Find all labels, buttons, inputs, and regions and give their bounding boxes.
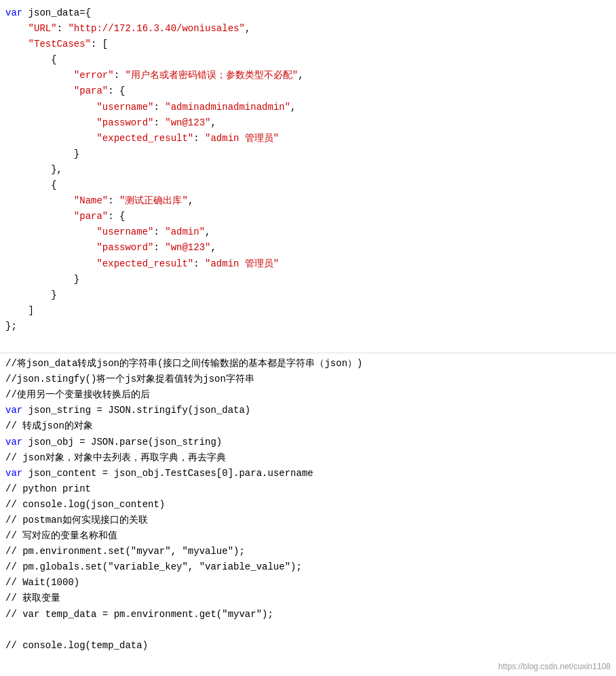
code-line-16: "password": "wn@123", [0, 240, 616, 256]
code-line-4: { [0, 52, 616, 68]
code-line-8: "password": "wn@123", [0, 115, 616, 131]
code-line-26: var json_string = JSON.stringify(json_da… [0, 403, 616, 418]
code-line-28: var json_obj = JSON.parse(json_string) [0, 435, 616, 450]
code-line-33: // postman如何实现接口的关联 [0, 513, 616, 528]
code-line-17: "expected_result": "admin 管理员" [0, 256, 616, 272]
code-editor: var json_data={ "URL": "http://172.16.3.… [0, 0, 616, 659]
code-line-1: var json_data={ [0, 5, 616, 21]
code-line-36: // pm.globals.set("variable_key", "varia… [0, 559, 616, 575]
code-line-25: //使用另一个变量接收转换后的后 [0, 387, 616, 403]
code-line-27: // 转成json的对象 [0, 418, 616, 434]
code-line-9: "expected_result": "admin 管理员" [0, 131, 616, 146]
code-line-34: // 写对应的变量名称和值 [0, 528, 616, 544]
code-line-13: "Name": "测试正确出库", [0, 193, 616, 209]
code-line-blank-2 [0, 622, 616, 638]
code-line-30: var json_content = json_obj.TestCases[0]… [0, 466, 616, 481]
code-line-19: } [0, 287, 616, 303]
code-line-21: }; [0, 319, 616, 334]
code-line-6: "para": { [0, 83, 616, 99]
code-line-41: // console.log(temp_data) [0, 638, 616, 654]
code-line-12: { [0, 178, 616, 193]
code-line-5: "error": "用户名或者密码错误；参数类型不必配", [0, 68, 616, 83]
code-line-18: } [0, 272, 616, 287]
code-line-2: "URL": "http://172.16.3.40/woniusales", [0, 21, 616, 37]
code-line-38: // 获取变量 [0, 591, 616, 606]
code-line-7: "username": "adminadminadminadmin", [0, 100, 616, 115]
footer-link: https://blog.csdn.net/cuxin1108 [499, 660, 611, 673]
code-line-3: "TestCases": [ [0, 37, 616, 52]
code-line-15: "username": "admin", [0, 224, 616, 240]
code-line-23: //将json_data转成json的字符串(接口之间传输数据的基本都是字符串（… [0, 356, 616, 372]
code-line-14: "para": { [0, 209, 616, 224]
code-line-20: ] [0, 303, 616, 319]
code-line-39: // var temp_data = pm.environment.get("m… [0, 607, 616, 622]
code-line-35: // pm.environment.set("myvar", "myvalue"… [0, 544, 616, 559]
separator [0, 353, 616, 353]
code-line-blank-1 [0, 334, 616, 350]
code-line-29: // json对象，对象中去列表，再取字典，再去字典 [0, 450, 616, 466]
code-line-11: }, [0, 162, 616, 178]
code-line-31: // python print [0, 481, 616, 497]
code-line-37: // Wait(1000) [0, 575, 616, 591]
code-line-10: } [0, 146, 616, 162]
code-line-32: // console.log(json_content) [0, 497, 616, 513]
code-line-24: //json.stingfy()将一个js对象捉着值转为json字符串 [0, 372, 616, 387]
